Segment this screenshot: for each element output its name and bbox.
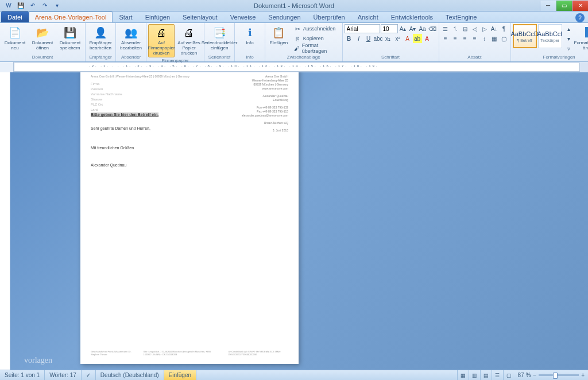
view-reading-icon[interactable]: ▥	[469, 370, 480, 380]
shading-icon[interactable]: ▦	[490, 34, 499, 43]
tab-textengine[interactable]: TextEngine	[439, 11, 483, 22]
ruler-vertical[interactable]	[0, 72, 10, 370]
save-icon[interactable]: 💾	[16, 1, 26, 10]
zoom-out-icon[interactable]: −	[533, 372, 536, 378]
page-canvas[interactable]: Arena One GmbH | Werner-Heisenberg-Allee…	[80, 72, 299, 364]
clipboard-stack: ✂Ausschneiden ⎘Kopieren 🖌Format übertrag…	[292, 24, 341, 53]
mailmerge-icon: 📑	[212, 26, 226, 40]
group-label: Absatz	[441, 54, 509, 60]
text-effects-icon[interactable]: A	[403, 34, 412, 43]
info-button[interactable]: ℹInfo	[237, 24, 263, 48]
window-controls: ─ ▭ ✕	[540, 1, 588, 11]
status-proof-icon[interactable]: ✓	[82, 370, 96, 380]
formatvorlagen-aendern-button[interactable]: 🅰Formatvorlagen ändern	[575, 24, 588, 53]
line-spacing-icon[interactable]: ↕	[480, 34, 489, 43]
justify-icon[interactable]: ≡	[470, 34, 479, 43]
superscript-icon[interactable]: x²	[393, 34, 403, 43]
align-left-icon[interactable]: ≡	[441, 34, 450, 43]
close-button[interactable]: ✕	[572, 1, 588, 11]
tab-addin[interactable]: Arena-One-Vorlagen-Tool	[29, 11, 113, 22]
subscript-icon[interactable]: x₂	[384, 34, 393, 43]
tab-start[interactable]: Start	[113, 11, 138, 22]
tab-seitenlayout[interactable]: Seitenlayout	[176, 11, 224, 22]
sender-info-block: Arena One GmbH Werner-Heisenberg-Allee 2…	[242, 75, 288, 133]
word-icon[interactable]: W	[3, 1, 14, 10]
grow-font-icon[interactable]: A▴	[399, 24, 408, 33]
numbering-icon[interactable]: ⒈	[451, 24, 460, 33]
serienbrief-button[interactable]: 📑Seriendruckfelder einfügen	[206, 24, 233, 53]
status-insert-mode[interactable]: Einfügen	[164, 370, 196, 380]
copy-icon: ⎘	[293, 34, 301, 42]
style-textkoerper[interactable]: AaBbCcITextkörper	[538, 24, 562, 48]
group-info: ℹInfo Info	[235, 23, 265, 61]
styles-up-icon[interactable]: ▴	[564, 24, 574, 33]
indent-icon[interactable]: ▷	[480, 24, 489, 33]
status-words[interactable]: Wörter: 17	[45, 370, 82, 380]
firmenpapier-drucken-button[interactable]: 🖨Auf Firmenpapier drucken	[148, 24, 175, 57]
font-size-select[interactable]	[381, 24, 398, 33]
absender-button[interactable]: 👥Absender bearbeiten	[118, 24, 144, 53]
zoom-slider[interactable]	[539, 374, 579, 376]
clear-format-icon[interactable]: ⌫	[428, 24, 437, 33]
change-case-icon[interactable]: Aa	[418, 24, 427, 33]
web: www.arena-one.com	[242, 87, 288, 91]
borders-icon[interactable]: ▢	[500, 34, 509, 43]
document-area: Arena One GmbH | Werner-Heisenberg-Allee…	[0, 72, 588, 370]
change-styles-icon: 🅰	[583, 26, 588, 40]
font-color-icon[interactable]: A	[423, 34, 432, 43]
tab-entwicklertools[interactable]: Entwicklertools	[385, 11, 439, 22]
ausschneiden-button[interactable]: ✂Ausschneiden	[292, 24, 341, 33]
view-outline-icon[interactable]: ☰	[492, 370, 503, 380]
weisses-papier-button[interactable]: 🖨Auf weißes Papier drucken	[176, 24, 202, 57]
redo-icon[interactable]: ↷	[40, 1, 50, 10]
view-draft-icon[interactable]: ▢	[503, 370, 514, 380]
status-page[interactable]: Seite: 1 von 1	[0, 370, 45, 380]
tab-sendungen[interactable]: Sendungen	[262, 11, 307, 22]
qat-more-icon[interactable]: ▾	[52, 1, 62, 10]
status-language[interactable]: Deutsch (Deutschland)	[96, 370, 164, 380]
styles-down-icon[interactable]: ▾	[564, 34, 574, 43]
view-print-icon[interactable]: ▦	[457, 370, 469, 380]
view-web-icon[interactable]: ▤	[480, 370, 492, 380]
tab-verweise[interactable]: Verweise	[224, 11, 262, 22]
email: alexander.quednau@arena-one.com	[242, 114, 288, 118]
bold-icon[interactable]: B	[345, 34, 354, 43]
tab-einfuegen[interactable]: Einfügen	[139, 11, 176, 22]
outdent-icon[interactable]: ◁	[470, 24, 479, 33]
style-betreff[interactable]: AaBbCcD¶ Betreff	[513, 24, 537, 48]
kopieren-button[interactable]: ⎘Kopieren	[292, 34, 341, 43]
cut-icon: ✂	[293, 25, 301, 33]
align-right-icon[interactable]: ≡	[461, 34, 470, 43]
dokument-speichern-button[interactable]: 💾Dokument speichern	[57, 24, 83, 53]
format-uebertragen-button[interactable]: 🖌Format übertragen	[292, 44, 341, 53]
einfuegen-button[interactable]: 📋Einfügen	[267, 24, 291, 48]
help-icon[interactable]: ?	[575, 13, 585, 22]
font-family-select[interactable]	[345, 24, 380, 33]
highlight-icon[interactable]: ab	[413, 34, 422, 43]
dokument-neu-button[interactable]: 📄Dokument neu	[2, 24, 28, 53]
italic-icon[interactable]: I	[354, 34, 363, 43]
contact: Alexander Quednau	[242, 94, 288, 98]
minimize-button[interactable]: ─	[540, 1, 556, 11]
styles-more-icon[interactable]: ▿	[564, 44, 574, 53]
sort-icon[interactable]: A↓	[490, 24, 499, 33]
subject-line[interactable]: Bitte geben Sie hier den Betreff ein.	[91, 113, 158, 117]
show-marks-icon[interactable]: ¶	[500, 24, 509, 33]
bullets-icon[interactable]: ☰	[441, 24, 450, 33]
tab-file[interactable]: Datei	[1, 11, 29, 22]
zoom-control[interactable]: 87 % − +	[514, 372, 588, 378]
ruler-horizontal[interactable]	[14, 63, 580, 72]
underline-icon[interactable]: U	[364, 34, 373, 43]
maximize-button[interactable]: ▭	[556, 1, 572, 11]
tab-ueberpruefen[interactable]: Überprüfen	[307, 11, 351, 22]
align-center-icon[interactable]: ≡	[451, 34, 460, 43]
multilevel-icon[interactable]: ⊟	[461, 24, 470, 33]
dokument-oeffnen-button[interactable]: 📂Dokument öffnen	[29, 24, 56, 53]
strike-icon[interactable]: abc	[374, 34, 383, 43]
zoom-level: 87 %	[518, 372, 531, 378]
undo-icon[interactable]: ↶	[28, 1, 38, 10]
empfaenger-button[interactable]: 👤Empfänger bearbeiten	[87, 24, 114, 53]
tab-ansicht[interactable]: Ansicht	[351, 11, 385, 22]
shrink-font-icon[interactable]: A▾	[408, 24, 417, 33]
zoom-in-icon[interactable]: +	[581, 372, 585, 378]
